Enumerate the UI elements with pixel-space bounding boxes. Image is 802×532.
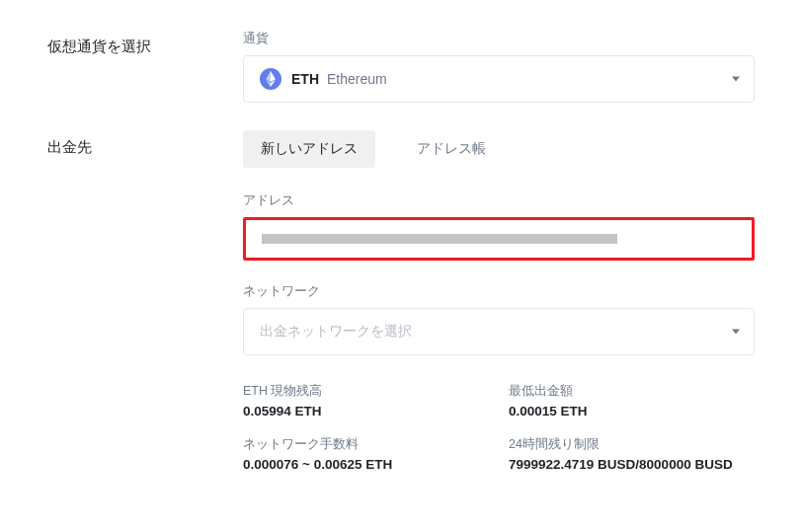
info-spot-balance: ETH 現物残高 0.05994 ETH [243,383,489,418]
address-tabs: 新しいアドレス アドレス帳 [243,130,755,168]
withdraw-to-label: 出金先 [47,130,243,472]
tab-new-address[interactable]: 新しいアドレス [243,130,375,168]
info-network-fee-label: ネットワーク手数料 [243,436,489,453]
currency-select[interactable]: ETH Ethereum [243,55,755,103]
info-min-withdraw: 最低出金額 0.00015 ETH [509,383,755,418]
tab-address-book[interactable]: アドレス帳 [399,130,504,168]
currency-field-label: 通貨 [243,30,755,47]
ethereum-icon [260,68,281,90]
info-grid: ETH 現物残高 0.05994 ETH 最低出金額 0.00015 ETH ネ… [243,383,755,472]
info-spot-balance-label: ETH 現物残高 [243,383,489,400]
info-network-fee: ネットワーク手数料 0.000076 ~ 0.00625 ETH [243,436,489,472]
network-select[interactable]: 出金ネットワークを選択 [243,308,755,355]
info-limit-24h: 24時間残り制限 7999922.4719 BUSD/8000000 BUSD [509,436,755,472]
info-min-withdraw-label: 最低出金額 [509,383,755,400]
network-field-label: ネットワーク [243,282,755,300]
currency-content: 通貨 ETH Ethereum [243,30,755,103]
select-currency-label: 仮想通貨を選択 [47,30,243,103]
info-limit-24h-label: 24時間残り制限 [509,436,755,453]
info-spot-balance-value: 0.05994 ETH [243,404,489,418]
info-min-withdraw-value: 0.00015 ETH [509,404,755,418]
info-network-fee-value: 0.000076 ~ 0.00625 ETH [243,457,489,472]
currency-name: Ethereum [327,71,387,87]
network-placeholder: 出金ネットワークを選択 [260,323,412,339]
address-input[interactable] [243,217,755,261]
select-currency-row: 仮想通貨を選択 通貨 ETH Ethereum [47,30,755,103]
withdraw-content: 新しいアドレス アドレス帳 アドレス ネットワーク 出金ネットワークを選択 ET… [243,130,755,472]
chevron-down-icon [732,77,740,82]
chevron-down-icon [732,330,740,335]
address-field-label: アドレス [243,191,755,209]
address-placeholder-bar [262,234,617,244]
withdraw-to-row: 出金先 新しいアドレス アドレス帳 アドレス ネットワーク 出金ネットワークを選… [47,130,755,472]
info-limit-24h-value: 7999922.4719 BUSD/8000000 BUSD [509,457,755,472]
currency-symbol: ETH [291,71,319,87]
